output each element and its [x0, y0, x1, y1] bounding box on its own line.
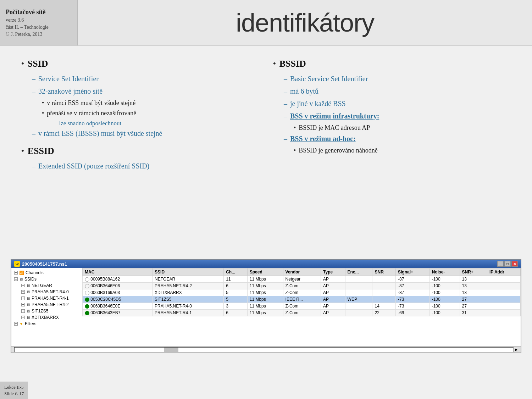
sidebar-item-ssids[interactable]: − 🖥 SSIDs — [11, 276, 82, 282]
table-cell: PRAHA5.NET-R4-1 — [153, 310, 224, 316]
copyright: © J. Peterka, 2013 — [6, 32, 72, 37]
table-cell — [345, 276, 372, 283]
ssid-subitem-1: v rámci ESS musí být všude stejné — [47, 98, 135, 108]
window-controls[interactable]: _ □ ✕ — [497, 261, 518, 267]
list-item: – Service Set Identifier — [32, 73, 259, 84]
scanner-titlebar: W 20050405141757.ns1 _ □ ✕ — [11, 260, 521, 268]
table-cell — [372, 276, 395, 283]
col-snrplus[interactable]: SNR+ — [460, 268, 487, 276]
list-item: • přenáší se v rámcích nezašifrovaně — [42, 109, 259, 118]
scanner-window: W 20050405141757.ns1 _ □ ✕ + 📶 Channels … — [11, 259, 521, 353]
col-noise[interactable]: Noise- — [430, 268, 460, 276]
col-speed[interactable]: Speed — [247, 268, 283, 276]
bssid-item-3: je jiné v každé BSS — [290, 98, 346, 109]
filters-icon: ▼ — [19, 321, 23, 326]
sit1zs5-icon: 🖥 — [26, 309, 30, 313]
col-mac[interactable]: MAC — [83, 268, 153, 276]
sidebar-item-channels[interactable]: + 📶 Channels — [11, 270, 82, 276]
footer-line1: Lekce II-5 — [4, 384, 24, 390]
col-ch[interactable]: Ch... — [224, 268, 248, 276]
table-row[interactable]: ⬤ 0060B3646E0EPRAHA5.NET-R4-0311 MbpsZ-C… — [83, 303, 521, 310]
ssid-label: SSID — [28, 57, 48, 71]
sidebar-item-praha-r40[interactable]: + 🖥 PRAHA5.NET-R4-0 — [11, 289, 82, 295]
expand-Praha-r42[interactable]: + — [21, 303, 25, 306]
sidebar-item-praha-r41[interactable]: + 🖥 PRAHA5.NET-R4-1 — [11, 295, 82, 301]
table-cell: 6 — [224, 283, 248, 289]
sit1zs5-label: SIT1ZS5 — [32, 309, 48, 314]
scanner-body: + 📶 Channels − 🖥 SSIDs + 🖥 NETGEAR + 🖥 P… — [11, 268, 521, 346]
ssid-subsubsublist: – lze snadno odposlechnout — [53, 119, 259, 128]
col-enc[interactable]: Enc... — [345, 268, 372, 276]
Praha-r41-icon: 🖥 — [26, 296, 30, 300]
bssid-section: • BSSID — [273, 57, 511, 71]
col-ssid[interactable]: SSID — [153, 268, 224, 276]
table-row[interactable]: ⬤ 0060B3643EB7PRAHA5.NET-R4-1611 MbpsZ-C… — [83, 310, 521, 316]
table-header-row: MAC SSID Ch... Speed Vendor Type Enc... … — [83, 268, 521, 276]
expand-filters[interactable]: + — [14, 322, 18, 326]
sidebar-item-sit1zs5[interactable]: + 🖥 SIT1ZS5 — [11, 308, 82, 314]
table-cell: 11 Mbps — [247, 310, 283, 316]
scanner-table-area[interactable]: MAC SSID Ch... Speed Vendor Type Enc... … — [82, 268, 521, 346]
table-row[interactable]: ⬤ 0050C20C45D5SIT1ZS5511 MbpsIEEE R...AP… — [83, 296, 521, 303]
expand-xdtixbarrx[interactable]: + — [21, 316, 25, 319]
table-cell: 11 Mbps — [247, 283, 283, 289]
col-signal[interactable]: Signal+ — [395, 268, 430, 276]
expand-ssids[interactable]: − — [14, 277, 18, 281]
sidebar-item-xdtixbarrx[interactable]: + 🖥 XDTIXBARRX — [11, 314, 82, 321]
table-cell — [372, 283, 395, 289]
table-row[interactable]: ◯ 0060B3169A03XDTIXBARRX511 MbpsZ-ComAP-… — [83, 289, 521, 296]
table-cell — [372, 289, 395, 296]
sidebar-item-praha-r42[interactable]: + 🖥 PRAHA5.NET-R4-2 — [11, 301, 82, 308]
col-type[interactable]: Type — [321, 268, 345, 276]
ssid-sublist: – Service Set Identifier – 32-znakové jm… — [32, 73, 259, 139]
table-cell: 5 — [224, 296, 248, 303]
col-vendor[interactable]: Vendor — [283, 268, 321, 276]
sidebar-item-netgear[interactable]: + 🖥 NETGEAR — [11, 282, 82, 289]
titlebar-left: W 20050405141757.ns1 — [14, 261, 67, 267]
table-cell: ◯ 00095B88A162 — [83, 276, 153, 283]
maximize-button[interactable]: □ — [504, 261, 511, 267]
table-cell: -100 — [430, 303, 460, 310]
table-cell — [345, 283, 372, 289]
scanner-table: MAC SSID Ch... Speed Vendor Type Enc... … — [82, 268, 521, 316]
close-button[interactable]: ✕ — [511, 261, 518, 267]
scroll-right-arrow[interactable]: ▶ — [515, 348, 518, 351]
table-cell: -73 — [395, 296, 430, 303]
ssid-item-1: Service Set Identifier — [38, 73, 99, 84]
list-item: • BSSID je MAC adresou AP — [294, 123, 511, 133]
bssid-item-2: má 6 bytů — [290, 86, 318, 96]
expand-sit1zs5[interactable]: + — [21, 309, 25, 313]
table-cell: PRAHA5.NET-R4-2 — [153, 283, 224, 289]
list-item: • BSSID je generováno náhodně — [294, 146, 511, 155]
filters-label: Filters — [25, 321, 37, 326]
table-row[interactable]: ◯ 0060B3646E06PRAHA5.NET-R4-2611 MbpsZ-C… — [83, 283, 521, 289]
ssid-subsubitem-1: lze snadno odposlechnout — [59, 119, 122, 128]
scanner-sidebar[interactable]: + 📶 Channels − 🖥 SSIDs + 🖥 NETGEAR + 🖥 P… — [11, 268, 82, 346]
expand-praha-r41[interactable]: + — [21, 297, 25, 300]
table-cell: AP — [321, 276, 345, 283]
sidebar-item-filters[interactable]: + ▼ Filters — [11, 321, 82, 327]
list-item: – v rámci ESS (IBSSS) musí být všude ste… — [32, 128, 259, 139]
table-cell — [487, 296, 520, 303]
table-row[interactable]: ◯ 00095B88A162NETGEAR1111 MbpsNetgearAP-… — [83, 276, 521, 283]
header: Počítačové sítě verze 3.6 část II. – Tec… — [0, 0, 532, 46]
table-cell: 13 — [460, 283, 487, 289]
table-cell: AP — [321, 310, 345, 316]
praha-r40-label: PRAHA5.NET-R4-0 — [32, 289, 69, 294]
bssid-infra-item-1: BSSID je MAC adresou AP — [299, 123, 370, 133]
table-cell: XDTIXBARRX — [153, 289, 224, 296]
table-cell: 22 — [372, 310, 395, 316]
col-ip[interactable]: IP Addr — [487, 268, 520, 276]
minimize-button[interactable]: _ — [497, 261, 504, 267]
expand-praha-r40[interactable]: + — [21, 290, 25, 294]
col-snr[interactable]: SNR — [372, 268, 395, 276]
table-cell — [487, 289, 520, 296]
table-cell — [487, 303, 520, 310]
table-cell: Z-Com — [283, 283, 321, 289]
expand-channels[interactable]: + — [14, 271, 18, 275]
expand-netgear[interactable]: + — [21, 284, 25, 287]
scroll-thumb[interactable] — [164, 348, 178, 352]
table-cell — [345, 303, 372, 310]
scanner-statusbar: ▶ — [11, 346, 521, 353]
scrollbar[interactable] — [14, 347, 514, 352]
